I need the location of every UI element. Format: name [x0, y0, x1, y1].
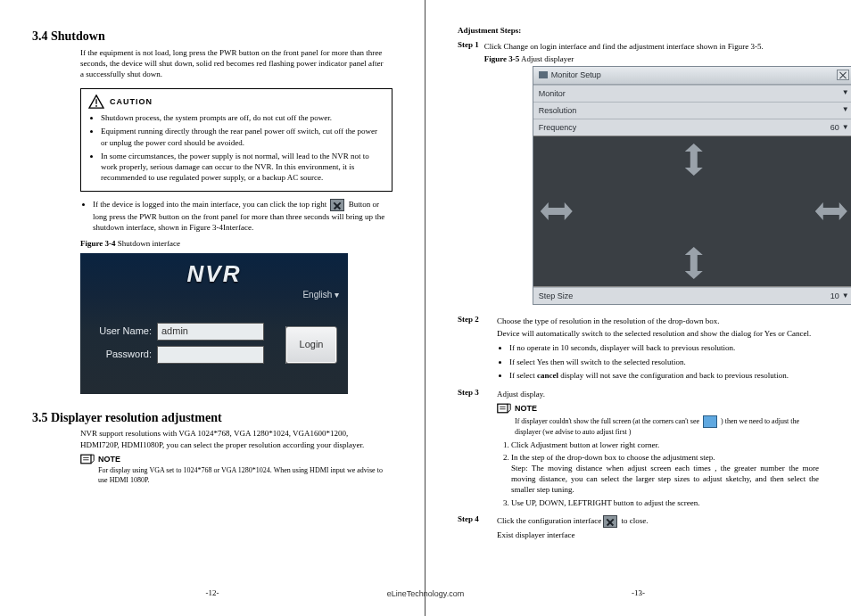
page-12: 3.4 Shutdown If the equipment is not loa…: [0, 0, 426, 616]
chevron-down-icon: ▼: [842, 123, 849, 133]
arrow-up-down-icon[interactable]: [685, 247, 703, 279]
resolution-dropdown[interactable]: Resolution ▼: [533, 102, 851, 119]
svg-rect-5: [498, 404, 508, 413]
step-content: Click Change on login interface and find…: [484, 39, 851, 305]
password-row: Password:: [93, 346, 264, 364]
page-number: -13-: [632, 587, 645, 598]
monitor-icon: [703, 415, 717, 428]
text: Adjust display.: [497, 389, 819, 399]
arrow-left-right-icon[interactable]: [541, 202, 573, 220]
heading-displayer: 3.5 Displayer resolution adjustment: [32, 410, 392, 427]
step-size-dropdown[interactable]: Step Size 10▼: [533, 287, 851, 304]
caution-label: CAUTION: [110, 96, 153, 107]
caution-header: CAUTION: [88, 94, 384, 109]
figure-3-5-caption: Figure 3-5 Adjust displayer: [484, 53, 851, 64]
after-caution-list: If the device is logged into the main in…: [93, 199, 392, 233]
monitor-icon: [539, 71, 548, 78]
arrow-left-right-icon[interactable]: [815, 202, 847, 220]
chevron-down-icon: ▼: [842, 292, 849, 301]
step-value: 10: [830, 291, 839, 301]
step-2: Step 2 Choose the type of resolution in …: [458, 314, 819, 383]
text: If the device is logged into the main in…: [93, 200, 326, 209]
chevron-down-icon: ▼: [842, 105, 849, 115]
caution-list: Shutdown process, the system prompts are…: [101, 112, 384, 183]
password-label: Password:: [93, 348, 152, 361]
svg-rect-2: [81, 455, 91, 464]
monitor-setup-titlebar: Monitor Setup: [533, 67, 851, 84]
note-icon: [497, 403, 511, 414]
text: Click Change on login interface and find…: [484, 41, 851, 52]
text: Exist displayer interface: [497, 530, 819, 540]
language-dropdown[interactable]: English: [302, 289, 339, 301]
freq-value: 60: [830, 122, 839, 133]
title-text: Monitor Setup: [551, 70, 601, 80]
login-button[interactable]: Login: [285, 326, 337, 364]
page-13: Adjustment Steps: Step 1 Click Change on…: [426, 0, 851, 616]
text: If displayer couldn't show the full scre…: [515, 417, 699, 425]
figure-3-4-caption: Figure 3-4 Shutdown interface: [80, 238, 392, 249]
step-4: Step 4 Click the configuration interface…: [458, 513, 819, 542]
steps: Step 1 Click Change on login interface a…: [458, 39, 819, 542]
text: Choose the type of resolution in the res…: [497, 316, 819, 326]
figure-label: Figure 3-5: [484, 54, 520, 63]
text: to close.: [619, 516, 648, 525]
svg-point-1: [95, 105, 97, 107]
figure-label: Figure 3-4: [80, 239, 116, 248]
adjust-canvas: [533, 136, 851, 287]
note-label: NOTE: [515, 403, 537, 414]
note-text: If displayer couldn't show the full scre…: [515, 415, 819, 438]
step-label: Step 3: [458, 387, 492, 510]
arrow-up-down-icon[interactable]: [685, 144, 703, 176]
close-icon: [603, 515, 617, 528]
caution-icon: [88, 94, 104, 109]
nvr-logo: NVR: [80, 259, 348, 290]
heading-shutdown: 3.4 Shutdown: [32, 29, 392, 45]
close-icon[interactable]: [837, 70, 849, 80]
after-caution: If the device is logged into the main in…: [80, 199, 392, 233]
after-caution-item: If the device is logged into the main in…: [93, 199, 392, 233]
username-input[interactable]: admin: [157, 323, 264, 341]
adjustment-steps-heading: Adjustment Steps:: [458, 25, 819, 36]
list-item: Use UP, DOWN, LEFTRIGHT button to adjust…: [511, 497, 819, 508]
monitor-dropdown[interactable]: Monitor ▼: [533, 85, 851, 102]
step-3: Step 3 Adjust display. NOTE If displayer…: [458, 387, 819, 510]
shutdown-paragraph: If the equipment is not load, long press…: [80, 47, 387, 79]
note-header: NOTE: [80, 454, 387, 464]
password-input[interactable]: [157, 346, 264, 364]
frequency-dropdown[interactable]: Frequency 60▼: [533, 119, 851, 136]
label: Resolution: [539, 105, 577, 116]
note-label: NOTE: [98, 454, 120, 464]
step2-list: If no operate in 10 seconds, displayer w…: [509, 342, 819, 380]
list-item: If select Yes then will switch to the se…: [509, 357, 819, 367]
displayer-body: NVR support resolutions with VGA 1024*76…: [80, 428, 387, 485]
monitor-setup-screenshot: Monitor Setup Monitor ▼ Resolution ▼: [533, 66, 851, 305]
step-label: Step 2: [458, 314, 492, 383]
value: ▼: [842, 88, 849, 98]
note-header: NOTE: [497, 403, 819, 414]
note-text: For display using VGA set to 1024*768 or…: [98, 466, 387, 486]
note-icon: [80, 454, 95, 464]
displayer-paragraph: NVR support resolutions with VGA 1024*76…: [80, 428, 387, 449]
step-label: Step 4: [458, 513, 492, 542]
list-item: Click Adjustment button at lower right c…: [511, 439, 819, 450]
figure-title: Shutdown interface: [116, 239, 180, 248]
page-number: -12-: [206, 587, 219, 598]
label: Frequency: [539, 122, 577, 133]
caution-item: Shutdown process, the system prompts are…: [101, 112, 384, 123]
figure-title: Adjust displayer: [519, 54, 574, 63]
step-1: Step 1 Click Change on login interface a…: [458, 39, 819, 305]
list-item: If select cancel display will not save t…: [509, 370, 819, 381]
username-label: User Name:: [93, 324, 152, 338]
text: Device will automatically switch to the …: [497, 328, 819, 339]
chevron-down-icon: ▼: [842, 88, 849, 98]
list-item: If no operate in 10 seconds, displayer w…: [509, 342, 819, 353]
list-item: In the step of the drop-down box to choo…: [511, 452, 819, 496]
caution-item: In some circumstances, the power supply …: [101, 151, 384, 183]
value: ▼: [842, 105, 849, 115]
step-label: Step 1: [458, 39, 479, 305]
step-content: Choose the type of resolution in the res…: [497, 314, 819, 383]
step-content: Click the configuration interface to clo…: [497, 513, 819, 542]
text: Click the configuration interface to clo…: [497, 515, 819, 528]
value: 60▼: [830, 122, 849, 133]
text: Click the configuration interface: [497, 516, 601, 525]
